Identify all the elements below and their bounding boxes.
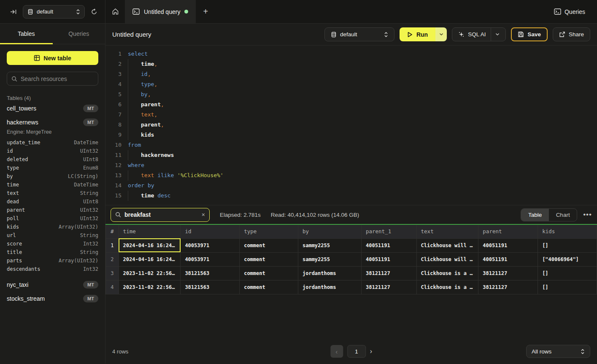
row-number[interactable]: 4	[106, 280, 119, 294]
sidebar-table-nyc_taxi[interactable]: nyc_taxiMT	[7, 278, 98, 291]
cell[interactable]: 40051191	[478, 252, 538, 266]
cell[interactable]: 2024-04-16 16:24…	[119, 252, 181, 266]
cell[interactable]: jordanthoms	[298, 280, 361, 294]
run-options-button[interactable]	[435, 27, 447, 41]
column-header-kids[interactable]: kids	[538, 224, 597, 238]
column-header-type[interactable]: type	[240, 224, 298, 238]
cell[interactable]: 2024-04-16 16:24…	[119, 238, 181, 252]
page-prev-button[interactable]: ‹	[330, 345, 343, 358]
column-header-parent[interactable]: parent	[478, 224, 538, 238]
column-name: id	[7, 147, 13, 155]
home-tab[interactable]	[105, 0, 125, 23]
column-header-parent_1[interactable]: parent_1	[361, 224, 416, 238]
cell[interactable]: 38121127	[361, 266, 416, 280]
sidebar-table-hackernews[interactable]: hackernewsMT	[7, 115, 98, 129]
sidebar-search-input[interactable]	[21, 75, 94, 82]
line-number: 15	[111, 191, 122, 201]
view-toggle-table[interactable]: Table	[521, 209, 549, 221]
sql-editor[interactable]: 1select2time,3id,4type,5by,6parent,7text…	[105, 46, 597, 205]
clear-search-icon[interactable]: ×	[202, 211, 205, 218]
cell[interactable]: []	[538, 280, 597, 294]
code-line: 2time,	[111, 59, 597, 69]
cell[interactable]: 40053971	[181, 238, 240, 252]
sidebar-tab-tables[interactable]: Tables	[0, 24, 53, 44]
tab-strip: Untitled query +	[105, 0, 554, 23]
tab-untitled-query[interactable]: Untitled query	[125, 0, 196, 23]
cell[interactable]: []	[538, 266, 597, 280]
ellipsis-icon: •••	[583, 210, 592, 218]
cell[interactable]: comment	[240, 266, 298, 280]
cell[interactable]: 38121563	[181, 266, 240, 280]
cell[interactable]: 38121563	[181, 280, 240, 294]
cell[interactable]: 40051191	[361, 238, 416, 252]
column-header-text[interactable]: text	[416, 224, 478, 238]
cell[interactable]: ["40066964"]	[538, 252, 597, 266]
column-header-id[interactable]: id	[181, 224, 240, 238]
column-row: idUInt32	[7, 147, 98, 155]
pagination: ‹ 1 ›	[330, 345, 372, 358]
cell[interactable]: Clickhouse is a …	[416, 280, 478, 294]
code-line: 1select	[111, 49, 597, 59]
cell[interactable]: []	[538, 238, 597, 252]
row-number[interactable]: 1	[106, 238, 119, 252]
column-name: deleted	[7, 155, 28, 164]
sidebar-tab-queries[interactable]: Queries	[53, 24, 105, 44]
new-tab-button[interactable]: +	[196, 0, 215, 23]
engine-badge: MT	[83, 119, 98, 126]
column-header-num[interactable]: #	[106, 224, 119, 238]
cell[interactable]: Clickhouse is a …	[416, 266, 478, 280]
refresh-button[interactable]	[89, 7, 99, 17]
cell[interactable]: 2023-11-02 22:56…	[119, 266, 181, 280]
results-toolbar: × Elapsed: 2.781s Read: 40,414,102 rows …	[105, 205, 597, 224]
cell[interactable]: comment	[240, 238, 298, 252]
tables-section-title: Tables (4)	[7, 95, 98, 101]
topbar-database-selector[interactable]: default	[23, 5, 85, 19]
column-name: update_time	[7, 138, 40, 147]
page-number[interactable]: 1	[347, 345, 366, 358]
results-more-button[interactable]: •••	[583, 210, 592, 219]
results-search[interactable]: ×	[111, 208, 210, 222]
cell[interactable]: comment	[240, 252, 298, 266]
sidebar-search[interactable]	[7, 72, 98, 86]
indent-guide	[128, 110, 141, 120]
cell[interactable]: Clickhouse will …	[416, 252, 478, 266]
cell[interactable]: 40053971	[181, 252, 240, 266]
cell[interactable]: 38121127	[478, 266, 538, 280]
sql-ai-options[interactable]	[491, 28, 500, 41]
column-header-time[interactable]: time	[119, 224, 181, 238]
run-button[interactable]: Run	[400, 27, 435, 41]
cell[interactable]: 38121127	[478, 280, 538, 294]
cell[interactable]: sammy2255	[298, 252, 361, 266]
cell[interactable]: comment	[240, 280, 298, 294]
row-number[interactable]: 2	[106, 252, 119, 266]
results-search-input[interactable]	[124, 211, 198, 218]
page-size-selector[interactable]: All rows	[526, 345, 590, 358]
cell[interactable]: 40051191	[478, 238, 538, 252]
cell[interactable]: Clickhouse will …	[416, 238, 478, 252]
column-type: UInt32	[80, 206, 98, 214]
sidebar-table-stocks_stream[interactable]: stocks_streamMT	[7, 291, 98, 305]
column-name: parent	[7, 206, 25, 214]
column-header-by[interactable]: by	[298, 224, 361, 238]
table-name: stocks_stream	[7, 295, 45, 302]
collapse-sidebar-button[interactable]	[8, 7, 19, 17]
row-number[interactable]: 3	[106, 266, 119, 280]
queries-shortcut[interactable]: Queries	[554, 0, 597, 23]
cell[interactable]: 2023-11-02 22:56…	[119, 280, 181, 294]
view-toggle-chart[interactable]: Chart	[549, 209, 577, 221]
column-row: urlString	[7, 231, 98, 240]
save-button[interactable]: Save	[511, 27, 548, 41]
topbar-left: default	[0, 0, 105, 23]
query-database-selector[interactable]: default	[324, 27, 394, 41]
sidebar-table-cell_towers[interactable]: cell_towersMT	[7, 101, 98, 115]
cell[interactable]: sammy2255	[298, 238, 361, 252]
share-label: Share	[569, 31, 584, 38]
cell[interactable]: 40051191	[361, 252, 416, 266]
cell[interactable]: 38121127	[361, 280, 416, 294]
page-next-button[interactable]: ›	[370, 348, 372, 355]
new-table-button[interactable]: New table	[7, 51, 98, 65]
share-button[interactable]: Share	[553, 27, 590, 41]
cell[interactable]: jordanthoms	[298, 266, 361, 280]
save-icon	[518, 31, 524, 38]
sql-ai-button[interactable]: SQL AI	[452, 27, 506, 41]
